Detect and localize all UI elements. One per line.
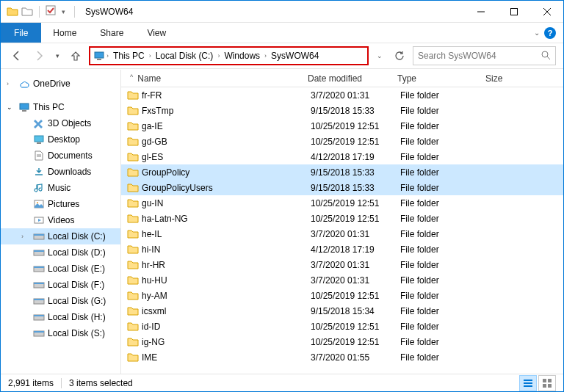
folder-icon [127,352,142,363]
cell-date: 10/25/2019 12:51 [311,121,400,131]
svg-line-8 [547,57,550,59]
tree-item[interactable]: Local Disk (E:) [1,261,120,277]
tree-item[interactable]: Pictures [1,196,120,212]
tree-icon [33,198,45,210]
tree-item[interactable]: Music [1,180,120,196]
table-row[interactable]: gd-GB10/25/2019 12:51File folder [121,134,563,149]
chevron-right-icon[interactable]: › [105,52,110,59]
column-date[interactable]: Date modified [308,73,397,84]
chevron-right-icon[interactable]: › [216,52,221,59]
chevron-right-icon[interactable]: › [7,80,15,87]
up-button[interactable] [67,47,84,65]
tree-icon [33,214,45,226]
titlebar: ▾ SysWOW64 [1,1,563,23]
table-row[interactable]: hy-AM10/25/2019 12:51File folder [121,288,563,303]
refresh-button[interactable] [391,47,408,65]
forward-button[interactable] [30,47,48,65]
table-row[interactable]: hr-HR3/7/2020 01:31File folder [121,257,563,272]
tree-label: Documents [48,150,93,161]
back-button[interactable] [8,47,26,65]
breadcrumb-bar[interactable]: › This PC › Local Disk (C:) › Windows › … [89,46,369,65]
cell-date: 3/7/2020 01:31 [311,229,400,239]
tree-label: Local Disk (D:) [48,247,106,258]
tree-icon [33,166,45,178]
maximize-button[interactable] [497,1,530,23]
chevron-right-icon[interactable]: › [263,52,268,59]
close-button[interactable] [530,1,563,23]
recent-dropdown-icon[interactable]: ▾ [52,47,62,65]
cell-type: File folder [400,275,488,286]
svg-rect-2 [510,8,517,15]
pc-icon [93,50,105,62]
tree-item[interactable]: Desktop [1,131,120,148]
tree-item[interactable]: Local Disk (H:) [1,309,120,325]
svg-point-17 [37,202,38,203]
tree-onedrive[interactable]: › OneDrive [1,76,120,92]
tab-view[interactable]: View [135,23,178,43]
table-row[interactable]: he-IL3/7/2020 01:31File folder [121,226,563,242]
details-view-button[interactable] [519,375,537,391]
tree-item[interactable]: ›Local Disk (C:) [1,228,120,244]
column-name[interactable]: ^Name [127,73,308,84]
qat-separator [39,6,40,18]
thumbnails-view-button[interactable] [538,375,556,391]
tab-file[interactable]: File [1,23,41,43]
table-row[interactable]: FxsTmp9/15/2018 15:33File folder [121,103,563,118]
table-row[interactable]: id-ID10/25/2019 12:51File folder [121,319,563,334]
ribbon-expand-icon[interactable]: ⌄ [534,29,540,37]
tree-item[interactable]: Local Disk (S:) [1,325,120,341]
table-row[interactable]: GroupPolicyUsers9/15/2018 15:33File fold… [121,180,563,195]
tree-icon [33,327,45,339]
tree-item[interactable]: Downloads [1,164,120,180]
cell-type: File folder [400,260,488,270]
tree-item[interactable]: Local Disk (F:) [1,277,120,293]
checkbox-icon[interactable] [46,5,56,18]
table-row[interactable]: fr-FR3/7/2020 01:31File folder [121,87,563,103]
table-row[interactable]: gu-IN10/25/2019 12:51File folder [121,195,563,211]
tree-item[interactable]: 3D Objects [1,115,120,131]
tree-label: Local Disk (G:) [48,296,106,306]
table-row[interactable]: icsxml9/15/2018 15:34File folder [121,303,563,319]
address-dropdown-icon[interactable]: ⌄ [373,46,386,65]
status-bar: 2,991 items 3 items selected [1,374,563,391]
tree-item[interactable]: Documents [1,148,120,164]
cell-name: IME [142,352,311,363]
navigation-pane[interactable]: › OneDrive ⌄ This PC 3D ObjectsDesktopDo… [1,70,121,374]
column-type[interactable]: Type [397,73,485,84]
svg-rect-32 [34,331,44,333]
tree-item[interactable]: Videos [1,212,120,228]
breadcrumb-item[interactable]: Windows [221,51,263,61]
svg-rect-38 [543,384,546,388]
cell-name: hy-AM [142,291,311,301]
chevron-right-icon[interactable]: › [148,52,153,59]
table-row[interactable]: GroupPolicy9/15/2018 15:33File folder [121,164,563,180]
folder-icon [127,105,142,117]
chevron-right-icon[interactable]: › [21,233,30,240]
svg-rect-34 [524,382,532,384]
tree-item[interactable]: Local Disk (D:) [1,244,120,261]
tab-home[interactable]: Home [41,23,88,43]
chevron-down-icon[interactable]: ⌄ [7,104,15,111]
table-row[interactable]: gl-ES4/12/2018 17:19File folder [121,149,563,164]
table-row[interactable]: hu-HU3/7/2020 01:31File folder [121,272,563,288]
column-size[interactable]: Size [485,73,563,84]
status-count: 2,991 items [8,378,54,388]
tree-item[interactable]: Local Disk (G:) [1,293,120,309]
minimize-button[interactable] [464,1,497,23]
search-input[interactable]: Search SysWOW64 [413,46,556,65]
breadcrumb-item[interactable]: This PC [110,51,148,61]
cell-type: File folder [400,337,488,347]
qat-dropdown-icon[interactable]: ▾ [59,8,68,15]
breadcrumb-item[interactable]: Local Disk (C:) [153,51,217,61]
table-row[interactable]: IME3/7/2020 01:55File folder [121,349,563,365]
table-row[interactable]: ig-NG10/25/2019 12:51File folder [121,334,563,349]
tab-share[interactable]: Share [88,23,135,43]
table-row[interactable]: ga-IE10/25/2019 12:51File folder [121,118,563,134]
table-row[interactable]: hi-IN4/12/2018 17:19File folder [121,242,563,257]
tree-thispc[interactable]: ⌄ This PC [1,99,120,115]
file-rows[interactable]: fr-FR3/7/2020 01:31File folderFxsTmp9/15… [121,87,563,374]
cell-date: 9/15/2018 15:34 [311,306,400,316]
table-row[interactable]: ha-Latn-NG10/25/2019 12:51File folder [121,211,563,226]
help-icon[interactable]: ? [544,27,556,39]
breadcrumb-item[interactable]: SysWOW64 [268,51,322,61]
